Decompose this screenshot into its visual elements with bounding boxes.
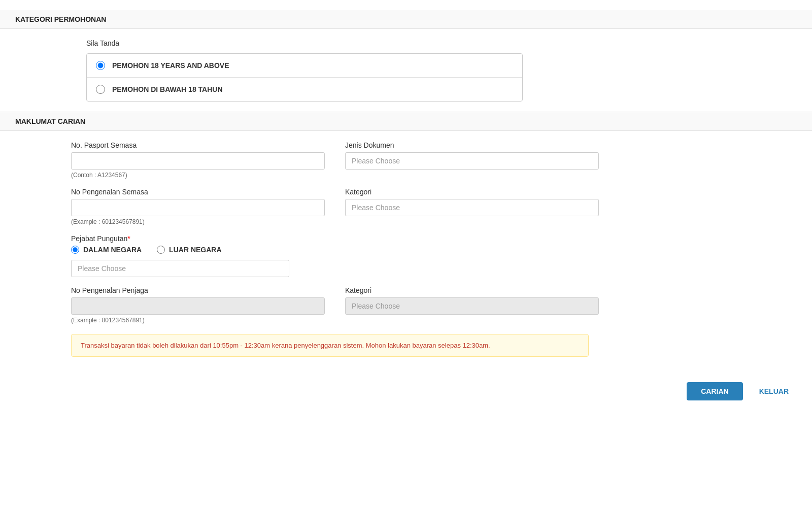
radio-18-above-input[interactable] bbox=[96, 61, 105, 70]
kategori-section-title: KATEGORI PERMOHONAN bbox=[0, 10, 812, 29]
alert-message: Transaksi bayaran tidak boleh dilakukan … bbox=[81, 342, 490, 349]
radio-luar-negara-option[interactable]: LUAR NEGARA bbox=[157, 246, 221, 254]
no-pengenalan-label: No Pengenalan Semasa bbox=[71, 188, 325, 196]
radio-below-18-input[interactable] bbox=[96, 85, 105, 94]
form-row-penjaga: No Pengenalan Penjaga (Example : 8012345… bbox=[71, 286, 741, 324]
carian-button[interactable]: CARIAN bbox=[687, 382, 742, 400]
kategori-input[interactable] bbox=[345, 199, 599, 216]
kategori-label: Kategori bbox=[345, 188, 599, 196]
radio-luar-negara-input[interactable] bbox=[157, 246, 165, 254]
no-pasport-input[interactable] bbox=[71, 152, 325, 170]
radio-18-above-label: PEMOHON 18 YEARS AND ABOVE bbox=[112, 61, 229, 70]
maklumat-section: MAKLUMAT CARIAN No. Pasport Semasa (Cont… bbox=[0, 112, 812, 362]
footer-buttons: CARIAN KELUAR bbox=[0, 372, 812, 411]
no-penjaga-label: No Pengenalan Penjaga bbox=[71, 286, 325, 294]
jenis-dokumen-label: Jenis Dokumen bbox=[345, 141, 599, 149]
no-pengenalan-hint: (Example : 601234567891) bbox=[71, 218, 325, 225]
no-penjaga-hint: (Example : 801234567891) bbox=[71, 317, 325, 324]
sila-tanda-label: Sila Tanda bbox=[86, 39, 797, 47]
col-kategori-penjaga: Kategori bbox=[345, 286, 599, 324]
alert-box: Transaksi bayaran tidak boleh dilakukan … bbox=[71, 334, 589, 357]
kategori-radio-group: PEMOHON 18 YEARS AND ABOVE PEMOHON DI BA… bbox=[86, 53, 523, 102]
pejabat-pungutan-label: Pejabat Pungutan* bbox=[71, 234, 741, 243]
kategori-penjaga-input bbox=[345, 297, 599, 315]
col-no-pengenalan: No Pengenalan Semasa (Example : 60123456… bbox=[71, 188, 325, 225]
radio-dalam-negara-label: DALAM NEGARA bbox=[83, 246, 142, 254]
jenis-dokumen-input[interactable] bbox=[345, 152, 599, 170]
radio-option-below-18[interactable]: PEMOHON DI BAWAH 18 TAHUN bbox=[87, 78, 522, 101]
radio-dalam-negara-input[interactable] bbox=[71, 246, 79, 254]
maklumat-section-title: MAKLUMAT CARIAN bbox=[0, 112, 812, 131]
pejabat-pungutan-section: Pejabat Pungutan* DALAM NEGARA LUAR NEGA… bbox=[71, 234, 741, 277]
col-no-penjaga: No Pengenalan Penjaga (Example : 8012345… bbox=[71, 286, 325, 324]
radio-option-18-above[interactable]: PEMOHON 18 YEARS AND ABOVE bbox=[87, 54, 522, 78]
pejabat-radio-group: DALAM NEGARA LUAR NEGARA bbox=[71, 246, 741, 254]
kategori-section: KATEGORI PERMOHONAN Sila Tanda PEMOHON 1… bbox=[0, 10, 812, 112]
no-penjaga-input bbox=[71, 297, 325, 315]
radio-below-18-label: PEMOHON DI BAWAH 18 TAHUN bbox=[112, 85, 223, 93]
col-no-pasport: No. Pasport Semasa (Contoh : A1234567) bbox=[71, 141, 325, 179]
required-marker: * bbox=[127, 234, 130, 243]
pejabat-pungutan-input[interactable] bbox=[71, 260, 289, 277]
radio-dalam-negara-option[interactable]: DALAM NEGARA bbox=[71, 246, 142, 254]
col-kategori: Kategori bbox=[345, 188, 599, 225]
keluar-button[interactable]: KELUAR bbox=[751, 382, 797, 400]
kategori-penjaga-label: Kategori bbox=[345, 286, 599, 294]
col-jenis-dokumen: Jenis Dokumen bbox=[345, 141, 599, 179]
radio-luar-negara-label: LUAR NEGARA bbox=[169, 246, 221, 254]
no-pengenalan-input[interactable] bbox=[71, 199, 325, 216]
form-row-pengenalan: No Pengenalan Semasa (Example : 60123456… bbox=[71, 188, 741, 225]
form-row-pasport: No. Pasport Semasa (Contoh : A1234567) J… bbox=[71, 141, 741, 179]
no-pasport-label: No. Pasport Semasa bbox=[71, 141, 325, 149]
no-pasport-hint: (Contoh : A1234567) bbox=[71, 172, 325, 179]
